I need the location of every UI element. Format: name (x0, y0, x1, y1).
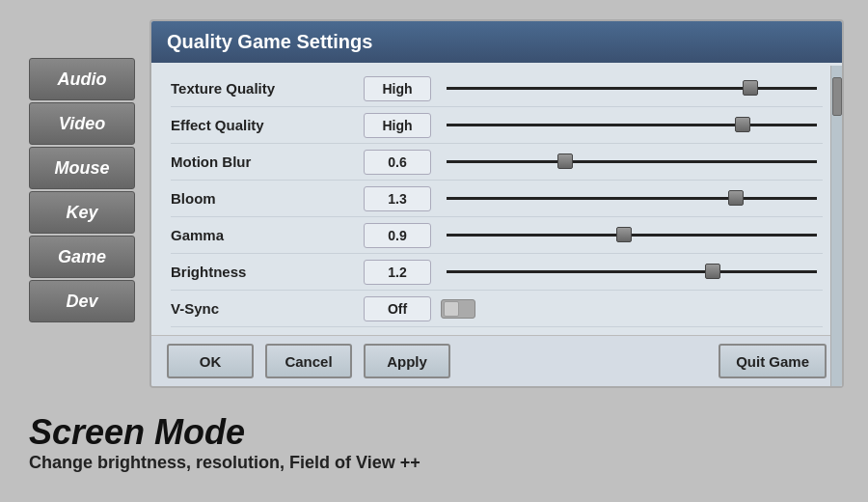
setting-value-1: High (364, 113, 431, 138)
setting-value-5: 1.2 (364, 260, 431, 285)
dialog-body: Texture QualityHighEffect QualityHighMot… (151, 63, 842, 335)
scrollbar[interactable] (830, 66, 842, 386)
sidebar-item-game[interactable]: Game (29, 236, 135, 278)
setting-label-0: Texture Quality (171, 80, 364, 97)
sidebar-item-video[interactable]: Video (29, 102, 135, 145)
sidebar-item-audio[interactable]: Audio (29, 58, 135, 100)
slider-container-0[interactable] (441, 87, 823, 90)
slider-container-1[interactable] (441, 124, 823, 126)
setting-value-3: 1.3 (364, 186, 431, 211)
setting-value-4: 0.9 (364, 223, 431, 248)
setting-row-bloom: Bloom1.3 (171, 181, 823, 217)
bottom-section: Screen Mode Change brightness, resolutio… (29, 412, 420, 473)
slider-track-0 (447, 87, 817, 90)
cancel-button[interactable]: Cancel (265, 344, 352, 378)
dialog-title: Quality Game Settings (151, 21, 842, 63)
slider-track-5 (447, 270, 817, 273)
setting-label-4: Gamma (171, 227, 364, 243)
slider-thumb-3[interactable] (728, 190, 744, 206)
slider-thumb-0[interactable] (743, 80, 758, 96)
dialog-footer: OK Cancel Apply Quit Game (151, 335, 842, 386)
quit-game-button[interactable]: Quit Game (719, 344, 827, 378)
setting-row-brightness: Brightness1.2 (171, 254, 823, 291)
vsync-toggle[interactable] (441, 299, 475, 319)
slider-track-3 (447, 197, 817, 200)
setting-row-motion-blur: Motion Blur0.6 (171, 144, 823, 181)
setting-row-gamma: Gamma0.9 (171, 217, 823, 254)
slider-thumb-5[interactable] (705, 264, 720, 279)
setting-value-0: High (364, 76, 431, 101)
sidebar: AudioVideoMouseKeyGameDev (29, 58, 135, 324)
ok-button[interactable]: OK (167, 344, 254, 378)
toggle-knob (444, 301, 459, 317)
setting-label-6: V-Sync (171, 300, 364, 317)
sidebar-item-mouse[interactable]: Mouse (29, 147, 135, 189)
settings-dialog: Quality Game Settings Texture QualityHig… (149, 19, 844, 388)
setting-row-texture-quality: Texture QualityHigh (171, 70, 823, 107)
slider-container-2[interactable] (441, 160, 823, 163)
slider-thumb-2[interactable] (557, 153, 573, 169)
setting-label-3: Bloom (171, 190, 364, 207)
slider-container-4[interactable] (441, 234, 823, 237)
slider-container-3[interactable] (441, 197, 823, 200)
sidebar-item-dev[interactable]: Dev (29, 280, 135, 322)
setting-label-5: Brightness (171, 264, 364, 280)
setting-row-effect-quality: Effect QualityHigh (171, 107, 823, 144)
setting-label-1: Effect Quality (171, 117, 364, 133)
slider-track-2 (447, 160, 817, 163)
setting-value-6: Off (364, 296, 431, 321)
slider-thumb-1[interactable] (735, 117, 750, 132)
slider-track-4 (447, 234, 817, 237)
setting-value-2: 0.6 (364, 150, 431, 175)
apply-button[interactable]: Apply (364, 344, 450, 378)
setting-label-2: Motion Blur (171, 153, 364, 170)
slider-container-5[interactable] (441, 270, 823, 273)
setting-row-v-sync: V-SyncOff (171, 291, 823, 327)
sidebar-item-key[interactable]: Key (29, 191, 135, 234)
screen-mode-title: Screen Mode (29, 412, 420, 453)
screen-mode-subtitle: Change brightness, resolution, Field of … (29, 453, 420, 473)
slider-track-1 (447, 124, 817, 126)
slider-thumb-4[interactable] (616, 227, 632, 242)
scrollbar-thumb[interactable] (832, 77, 842, 116)
